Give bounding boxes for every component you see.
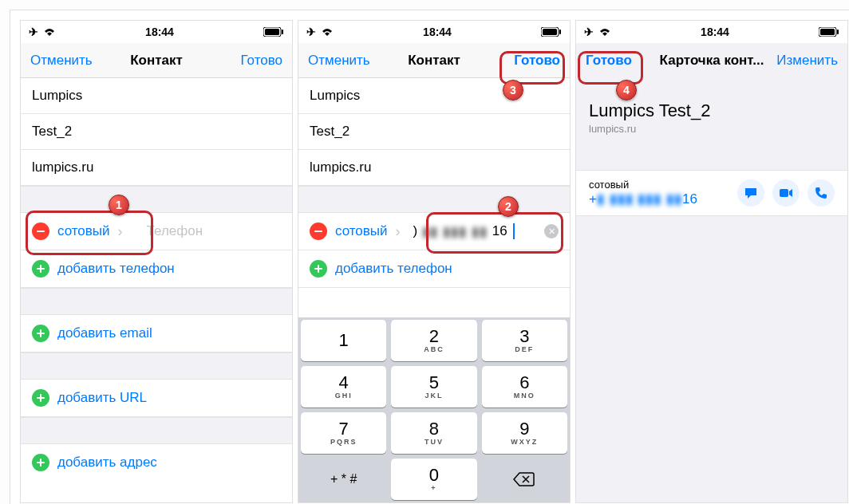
remove-icon[interactable] <box>310 222 327 240</box>
battery-icon <box>541 27 562 37</box>
add-icon[interactable] <box>310 260 327 278</box>
add-icon[interactable] <box>32 260 49 278</box>
key-9[interactable]: 9WXYZ <box>482 412 567 454</box>
nav-bar: Отменить Контакт Готово <box>298 43 570 78</box>
add-phone-row[interactable]: добавить телефон <box>298 250 570 288</box>
video-button[interactable] <box>772 179 800 207</box>
contact-company: lumpics.ru <box>589 123 835 135</box>
annotation-badge-4: 4 <box>616 80 637 100</box>
clock: 18:44 <box>701 26 729 38</box>
cancel-button[interactable]: Отменить <box>30 53 102 69</box>
annotation-badge-2: 2 <box>498 196 519 217</box>
add-icon[interactable] <box>32 454 49 471</box>
phone-input[interactable]: ) ▮▮ ▮▮▮ ▮▮ 16 <box>413 223 515 240</box>
svg-rect-4 <box>543 29 557 35</box>
svg-rect-8 <box>837 30 839 34</box>
backspace-key[interactable] <box>482 459 567 500</box>
svg-rect-7 <box>820 29 835 35</box>
clock: 18:44 <box>145 26 174 38</box>
remove-icon[interactable] <box>32 222 49 240</box>
airplane-icon: ✈ <box>29 26 38 38</box>
last-name-field[interactable]: Test_2 <box>21 114 292 150</box>
svg-rect-2 <box>282 30 283 34</box>
svg-rect-5 <box>559 30 561 34</box>
battery-icon <box>263 27 284 37</box>
nav-bar: Готово Карточка конт... Изменить <box>576 43 847 78</box>
key-6[interactable]: 6MNO <box>482 366 567 408</box>
add-phone-row[interactable]: добавить телефон <box>21 250 292 288</box>
message-button[interactable] <box>737 179 764 207</box>
chevron-right-icon: › <box>396 223 401 240</box>
screen-3: ✈ 18:44 Готово Карточка конт... Изменить… <box>575 20 848 503</box>
status-bar: ✈ 18:44 <box>21 21 292 43</box>
add-address-row[interactable]: добавить адрес <box>21 444 292 481</box>
cancel-button[interactable]: Отменить <box>308 53 380 69</box>
wifi-icon <box>43 27 56 37</box>
phone-placeholder[interactable]: Телефон <box>147 223 203 239</box>
numeric-keypad: 1 2ABC 3DEF 4GHI 5JKL 6MNO 7PQRS 8TUV 9W… <box>298 317 570 502</box>
contact-name: Lumpics Test_2 <box>589 100 835 121</box>
done-button[interactable]: Готово <box>488 53 560 69</box>
done-button[interactable]: Готово <box>586 53 657 69</box>
page-title: Контакт <box>380 53 488 69</box>
backspace-icon <box>513 471 535 487</box>
key-5[interactable]: 5JKL <box>391 366 476 408</box>
wifi-icon <box>598 27 611 37</box>
status-bar: ✈ 18:44 <box>576 21 847 43</box>
wifi-icon <box>321 27 334 37</box>
call-button[interactable] <box>808 179 835 207</box>
screen-2: ✈ 18:44 Отменить Контакт Готово Lumpics … <box>298 20 571 503</box>
phone-type-row[interactable]: сотовый › ) ▮▮ ▮▮▮ ▮▮ 16 ✕ <box>298 213 570 250</box>
company-field[interactable]: lumpics.ru <box>21 150 292 186</box>
key-2[interactable]: 2ABC <box>391 320 476 361</box>
add-icon[interactable] <box>32 389 49 407</box>
status-bar: ✈ 18:44 <box>298 21 570 43</box>
screen-1: ✈ 18:44 Отменить Контакт Готово Lumpics … <box>20 20 293 503</box>
key-1[interactable]: 1 <box>301 320 386 361</box>
done-button[interactable]: Готово <box>211 53 282 69</box>
key-7[interactable]: 7PQRS <box>301 412 386 454</box>
nav-bar: Отменить Контакт Готово <box>21 43 292 78</box>
first-name-field[interactable]: Lumpics <box>298 78 570 114</box>
svg-rect-9 <box>780 189 788 197</box>
add-icon[interactable] <box>32 325 49 342</box>
phone-type-row[interactable]: сотовый › Телефон <box>21 213 292 250</box>
company-field[interactable]: lumpics.ru <box>298 150 570 186</box>
phone-row[interactable]: сотовый +▮ ▮▮▮ ▮▮▮ ▮▮16 <box>576 170 847 216</box>
key-0[interactable]: 0+ <box>391 459 476 500</box>
clock: 18:44 <box>423 26 452 38</box>
key-4[interactable]: 4GHI <box>301 366 386 408</box>
airplane-icon: ✈ <box>306 26 316 38</box>
edit-button[interactable]: Изменить <box>766 53 838 69</box>
phone-label[interactable]: сотовый <box>335 223 388 239</box>
phone-label[interactable]: сотовый <box>57 223 110 239</box>
svg-rect-1 <box>265 29 279 35</box>
page-title: Карточка конт... <box>657 53 766 69</box>
page-title: Контакт <box>102 53 211 69</box>
add-url-row[interactable]: добавить URL <box>21 380 292 417</box>
first-name-field[interactable]: Lumpics <box>21 78 292 114</box>
airplane-icon: ✈ <box>584 26 594 38</box>
annotation-badge-3: 3 <box>503 80 523 100</box>
key-8[interactable]: 8TUV <box>391 412 476 454</box>
battery-icon <box>819 27 839 37</box>
chevron-right-icon: › <box>118 223 123 240</box>
last-name-field[interactable]: Test_2 <box>298 114 570 150</box>
add-email-row[interactable]: добавить email <box>21 315 292 352</box>
clear-icon[interactable]: ✕ <box>544 224 559 238</box>
key-3[interactable]: 3DEF <box>482 320 567 361</box>
annotation-badge-1: 1 <box>109 195 129 215</box>
key-symbols[interactable]: + * # <box>301 459 386 500</box>
